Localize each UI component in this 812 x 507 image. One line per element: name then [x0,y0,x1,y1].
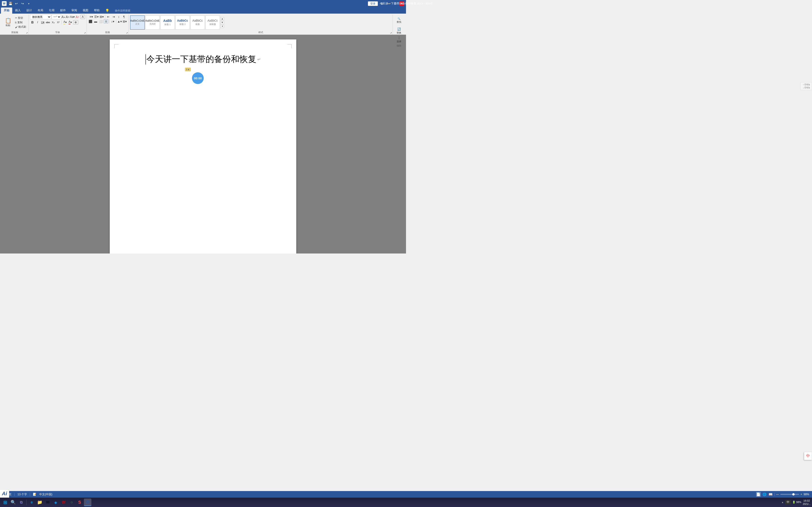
numbering-button[interactable]: ☰▾ [94,14,99,19]
login-button[interactable]: 登录 [368,1,378,6]
tab-help[interactable]: 帮助 [91,7,102,14]
font-size-select[interactable]: 一号 [52,14,61,19]
justify-button[interactable]: ☰ [104,19,108,23]
clipboard-dialog-btn[interactable]: ↗ [25,31,29,35]
font-dialog-btn[interactable]: ↗ [83,31,87,35]
font-divider [61,20,62,24]
borders-button[interactable]: ⊞▾ [122,19,127,23]
align-left-button[interactable]: ⬛ [88,19,93,23]
clear-format-button[interactable]: A✕ [75,15,80,19]
sort-button[interactable]: ↕ [116,14,121,19]
bullets-button[interactable]: ≡▾ [89,14,94,19]
font-name-select[interactable]: 微软雅黑 [30,14,51,19]
text-effect-button[interactable]: A [80,15,85,19]
quick-undo-icon[interactable]: ↩ [14,1,19,6]
font-color-button[interactable]: A▾ [68,20,72,24]
paste-button[interactable]: 📋 粘贴 [2,16,14,29]
style-subtitle-preview: AaBbCc [207,19,218,22]
styles-scroll-down[interactable]: ▼ [220,21,224,24]
clipboard-body: 📋 粘贴 ✂ 剪切 ⎘ 复制 🖌 格式刷 [2,14,27,30]
style-title[interactable]: AaBbCc 标题 [190,15,205,30]
style-no-spacing[interactable]: AaBbCcDdE 无间距 [145,15,160,30]
styles-dialog-btn[interactable]: ↗ [389,31,393,35]
editing-body: 🔍 查找 🔄 替换 ⌶ 选择 [394,14,404,44]
paste-label: 粘贴 [6,24,10,27]
format-label: 格式刷 [18,25,26,29]
font-size-decrease-btn[interactable]: A▼ [66,15,69,19]
styles-body: AaBbCcDdE 正文 AaBbCcDdE 无间距 AaBb 标题 1 AaB… [130,14,391,30]
format-paint-button[interactable]: 🖌 格式刷 [14,25,27,29]
replace-button[interactable]: 🔄 替换 [394,27,404,35]
text-highlight-button[interactable]: A▾ [63,20,67,24]
document-page: 今天讲一下基带的备份和恢复 ↵ I ≡ 00:00 [110,40,296,253]
paragraph-row1: ≡▾ ☰▾ ⊞▾ ⇤ ⇥ ↕ ¶ [89,14,126,19]
select-button[interactable]: ⌶ 选择 [394,36,404,44]
more-font-button[interactable]: ⊕ [73,20,78,24]
para-divider3 [116,19,116,23]
increase-indent-button[interactable]: ⇥ [111,14,116,19]
document-content: 今天讲一下基带的备份和恢复 ↵ I ≡ 00:00 [129,54,277,65]
style-title-preview: AaBbCc [192,19,203,22]
ribbon-tabs: 开始 插入 设计 布局 引用 邮件 审阅 视图 帮助 💡 操作说明搜索 [0,7,406,14]
select-label: 选择 [397,40,401,43]
quick-dropdown-icon[interactable]: ▾ [26,1,31,6]
tab-tips[interactable]: 💡 [102,8,112,14]
style-heading1-label: 标题 1 [164,23,170,26]
find-button[interactable]: 🔍 查找 [394,14,404,26]
tab-insert[interactable]: 插入 [12,7,23,14]
clipboard-small-btns: ✂ 剪切 ⎘ 复制 🖌 格式刷 [14,16,27,29]
paragraph-body: ≡▾ ☰▾ ⊞▾ ⇤ ⇥ ↕ ¶ ⬛ ▬ ⬜ ☰ ↕▾ ▲▾ ⊞▾ [88,14,127,30]
document-area[interactable]: 今天讲一下基带的备份和恢复 ↵ I ≡ 00:00 [0,35,406,253]
tab-references[interactable]: 引用 [46,7,57,14]
return-mark: ↵ [257,57,261,62]
change-case-button[interactable]: Aa▾ [70,15,75,19]
line-spacing-button[interactable]: ↕▾ [110,19,115,23]
find-icon: 🔍 [398,17,400,20]
style-subtitle[interactable]: AaBbCc 副标题 [205,15,220,30]
tab-home[interactable]: 开始 [1,7,12,14]
italic-button[interactable]: I [35,20,40,24]
underline-button[interactable]: U▾ [40,20,45,24]
shading-button[interactable]: ▲▾ [117,19,122,23]
tab-layout[interactable]: 布局 [35,7,46,14]
align-center-button[interactable]: ▬ [93,19,98,23]
style-heading1[interactable]: AaBb 标题 1 [160,15,175,30]
page-corner-tl [114,44,119,48]
style-normal[interactable]: AaBbCcDdE 正文 [130,15,145,30]
style-normal-preview: AaBbCcDdE [130,19,145,22]
decrease-indent-button[interactable]: ⇤ [106,14,111,19]
subscript-button[interactable]: X₂ [51,20,55,24]
timer-bubble[interactable]: 00:00 [192,72,204,84]
paragraph-row2: ⬛ ▬ ⬜ ☰ ↕▾ ▲▾ ⊞▾ [88,19,127,23]
style-heading2[interactable]: AaBbCc 标题 2 [175,15,190,30]
styles-expand[interactable]: ▾ [220,25,224,28]
styles-scroll-up[interactable]: ▲ [220,17,224,20]
bold-button[interactable]: B [30,20,35,24]
copy-button[interactable]: ⎘ 复制 [14,20,27,25]
tab-view[interactable]: 视图 [80,7,91,14]
font-size-increase-btn[interactable]: A▲ [61,15,65,19]
paragraph-dialog-btn[interactable]: ↗ [125,31,129,35]
strikethrough-button[interactable]: abc [46,20,50,24]
title-text: 今天讲一下基带的备份和恢复 [146,54,256,65]
tab-search[interactable]: 操作说明搜索 [112,8,133,14]
group-editing: 🔍 查找 🔄 替换 ⌶ 选择 编辑 [393,14,405,35]
align-right-button[interactable]: ⬜ [98,19,103,23]
para-divider1 [105,14,105,19]
quick-save-icon[interactable]: 💾 [8,1,13,6]
style-no-spacing-preview: AaBbCcDdE [145,19,160,22]
select-icon: ⌶ [398,36,400,40]
titlebar-left: W 💾 ↩ ↪ ▾ [2,1,31,6]
multilevel-button[interactable]: ⊞▾ [99,14,104,19]
style-normal-label: 正文 [135,22,140,25]
replace-icon: 🔄 [397,27,401,31]
show-marks-button[interactable]: ¶ [122,14,126,19]
quick-redo-icon[interactable]: ↪ [20,1,25,6]
cut-button[interactable]: ✂ 剪切 [14,16,27,20]
document-title[interactable]: 今天讲一下基带的备份和恢复 ↵ [129,54,277,65]
tab-review[interactable]: 审阅 [68,7,80,14]
text-cursor [145,54,146,64]
superscript-button[interactable]: X² [56,20,61,24]
tab-mailings[interactable]: 邮件 [57,7,68,14]
tab-design[interactable]: 设计 [23,7,35,14]
